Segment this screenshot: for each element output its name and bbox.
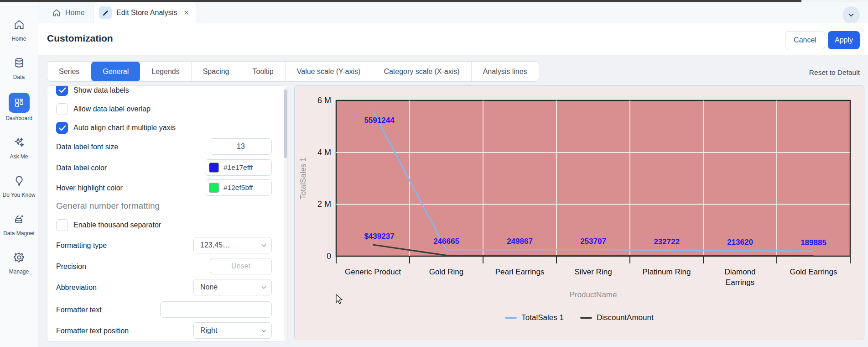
document-tab-strip: Home Edit Store Analysis ✕: [38, 2, 868, 23]
x-category-label: Silver Ring: [574, 268, 612, 276]
x-category-label: Gold Ring: [429, 268, 464, 276]
y-tick-label: 2 M: [317, 200, 331, 209]
home-icon: [52, 8, 61, 17]
apply-button[interactable]: Apply: [828, 31, 860, 49]
tab-category-scale[interactable]: Category scale (X-axis): [372, 62, 471, 81]
home-icon: [9, 16, 30, 33]
pencil-icon: [99, 6, 112, 19]
general-settings-panel: Show data labels Allow data label overla…: [47, 85, 288, 342]
home-breadcrumb-tab[interactable]: Home: [46, 2, 91, 23]
cancel-button[interactable]: Cancel: [785, 31, 825, 49]
tab-series[interactable]: Series: [47, 62, 91, 81]
sidebar: Home Data Dashboard Ask Me Do You Know D…: [0, 2, 38, 347]
customization-tab-group: Series General Legends Spacing Tooltip V…: [47, 61, 539, 82]
sidebar-item-data[interactable]: Data: [0, 54, 38, 81]
formatting-type-select[interactable]: 123,45…: [193, 237, 272, 253]
tab-analysis-lines[interactable]: Analysis lines: [472, 62, 539, 81]
close-icon[interactable]: ✕: [183, 9, 189, 17]
x-category-label: Pearl Earrings: [495, 268, 545, 276]
show-data-labels-checkbox[interactable]: [56, 85, 68, 96]
legend-item-1[interactable]: DiscountAmount: [580, 313, 654, 322]
legend-label: DiscountAmount: [597, 313, 654, 322]
chart-legend: TotalSales 1DiscountAmount: [295, 313, 864, 322]
color-swatch-blue[interactable]: [209, 163, 219, 173]
sidebar-item-label: Data: [13, 74, 25, 81]
data-label: 189885: [800, 238, 826, 247]
chart-preview-panel[interactable]: 5591244246665249867253707232722213620189…: [294, 85, 864, 340]
legend-swatch: [505, 317, 517, 319]
field-label: Abbreviation: [56, 284, 97, 292]
dashboard-icon: [9, 93, 30, 113]
data-label-color-picker[interactable]: #1e17efff: [205, 159, 272, 176]
x-axis-title: ProductName: [570, 290, 617, 299]
select-value: 123,45…: [200, 241, 230, 249]
field-label: Precision: [56, 263, 86, 271]
legend-label: TotalSales 1: [521, 313, 564, 322]
check-icon: [58, 87, 66, 94]
collapse-panel-button[interactable]: [842, 6, 860, 24]
sidebar-item-data-magnet[interactable]: Data Magnet: [0, 210, 38, 237]
tab-spacing[interactable]: Spacing: [192, 62, 241, 81]
form-panel-scrollbar[interactable]: [284, 87, 287, 341]
sidebar-item-label: Manage: [9, 268, 29, 275]
doc-tab-edit-store-analysis[interactable]: Edit Store Analysis ✕: [93, 2, 197, 23]
sidebar-item-dashboard[interactable]: Dashboard: [0, 93, 38, 122]
formatter-text-input[interactable]: [160, 301, 272, 318]
tab-tooltip[interactable]: Tooltip: [241, 62, 286, 81]
enable-thousand-separator-checkbox[interactable]: [56, 219, 68, 231]
y-tick-label: 4 M: [317, 148, 331, 157]
allow-data-label-overlap-checkbox[interactable]: [56, 103, 68, 115]
chevron-down-icon: [261, 329, 266, 332]
data-label-font-size-input[interactable]: [210, 138, 272, 155]
reset-to-default-link[interactable]: Reset to Default: [809, 68, 860, 77]
check-icon: [58, 125, 66, 131]
data-label: 213620: [727, 238, 753, 247]
sidebar-item-label: Dashboard: [5, 115, 32, 122]
legend-item-0[interactable]: TotalSales 1: [505, 313, 564, 322]
hover-highlight-color-picker[interactable]: #12ef5bff: [205, 179, 272, 196]
field-label: Data label font size: [56, 143, 118, 151]
sidebar-item-manage[interactable]: Manage: [0, 249, 38, 275]
data-label: 246665: [433, 237, 459, 246]
tab-value-scale[interactable]: Value scale (Y-axis): [286, 62, 373, 81]
doc-tab-label: Edit Store Analysis: [116, 9, 177, 17]
color-hex-value: #12ef5bff: [223, 184, 253, 192]
line-chart[interactable]: 5591244246665249867253707232722213620189…: [295, 86, 865, 341]
x-category-label: Generic Product: [345, 268, 401, 276]
auto-align-checkbox[interactable]: [56, 122, 68, 134]
select-value: Right: [200, 326, 217, 335]
checkbox-label: Allow data label overlap: [73, 105, 151, 113]
x-category-label: DiamondEarrings: [724, 268, 755, 287]
precision-input[interactable]: [210, 258, 272, 274]
sidebar-item-do-you-know[interactable]: Do You Know: [0, 172, 38, 199]
chevron-down-icon: [261, 286, 266, 289]
sidebar-item-label: Ask Me: [10, 153, 28, 160]
tab-general[interactable]: General: [91, 62, 140, 81]
y-tick-label: 6 M: [317, 96, 331, 105]
tab-legends[interactable]: Legends: [140, 62, 191, 81]
data-label: 253707: [580, 237, 606, 246]
section-heading-number-formatting: General number formatting: [56, 201, 160, 211]
y-axis-title: TotalSales 1: [299, 157, 307, 200]
sidebar-item-label: Do You Know: [2, 192, 35, 199]
data-magnet-icon: [9, 210, 30, 228]
sidebar-item-home[interactable]: Home: [0, 16, 38, 42]
gear-icon: [9, 249, 30, 266]
field-label: Hover highlight color: [56, 184, 123, 192]
y-tick-label: 0: [327, 252, 331, 261]
field-label: Formatting type: [56, 242, 107, 250]
formatter-text-position-select[interactable]: Right: [193, 322, 272, 339]
sidebar-item-label: Data Magnet: [3, 230, 35, 237]
lightbulb-icon: [9, 172, 30, 189]
abbreviation-select[interactable]: None: [193, 279, 272, 295]
color-swatch-green[interactable]: [209, 183, 219, 193]
checkbox-label: Show data labels: [73, 86, 129, 95]
data-label: $439237: [364, 232, 394, 241]
plot-area[interactable]: [336, 100, 850, 256]
data-label: 249867: [507, 237, 533, 246]
color-hex-value: #1e17efff: [223, 163, 253, 172]
sidebar-item-ask-me[interactable]: Ask Me: [0, 134, 38, 160]
home-tab-label: Home: [65, 9, 85, 17]
scrollbar-thumb[interactable]: [284, 89, 287, 158]
checkbox-label: Auto align chart if multiple yaxis: [73, 124, 176, 132]
